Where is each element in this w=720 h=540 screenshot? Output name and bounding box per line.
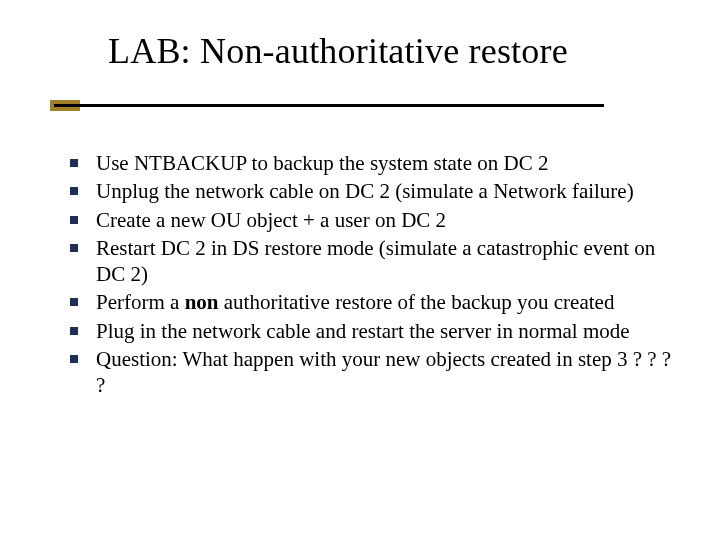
bullet-text-bold: non [185,290,219,314]
list-item: Use NTBACKUP to backup the system state … [64,150,684,176]
bullet-text: Plug in the network cable and restart th… [96,319,630,343]
slide: LAB: Non-authoritative restore Use NTBAC… [0,0,720,540]
bullet-text-post: authoritative restore of the backup you … [219,290,615,314]
bullet-text: Perform a [96,290,185,314]
bullet-text: Question: What happen with your new obje… [96,347,671,397]
slide-body: Use NTBACKUP to backup the system state … [64,150,684,400]
list-item: Unplug the network cable on DC 2 (simula… [64,178,684,204]
title-rule [54,104,604,107]
list-item: Plug in the network cable and restart th… [64,318,684,344]
slide-title: LAB: Non-authoritative restore [108,30,568,72]
bullet-list: Use NTBACKUP to backup the system state … [64,150,684,398]
list-item: Question: What happen with your new obje… [64,346,684,399]
list-item: Restart DC 2 in DS restore mode (simulat… [64,235,684,288]
bullet-text: Create a new OU object + a user on DC 2 [96,208,446,232]
bullet-text: Unplug the network cable on DC 2 (simula… [96,179,634,203]
list-item: Perform a non authoritative restore of t… [64,289,684,315]
bullet-text: Restart DC 2 in DS restore mode (simulat… [96,236,655,286]
list-item: Create a new OU object + a user on DC 2 [64,207,684,233]
bullet-text: Use NTBACKUP to backup the system state … [96,151,548,175]
